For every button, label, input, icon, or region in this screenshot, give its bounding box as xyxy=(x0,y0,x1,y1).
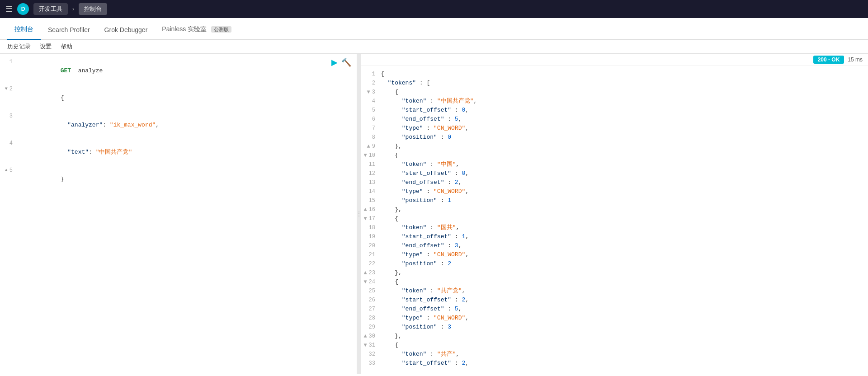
line-num-1: 1 xyxy=(0,57,18,66)
editor-line-1: 1 GET _analyze xyxy=(0,57,357,85)
out-num-27: 27 xyxy=(361,305,381,314)
out-content-3: { xyxy=(381,88,868,97)
out-content-14: "type" : "CN_WORD", xyxy=(381,187,868,196)
out-num-18: 18 xyxy=(361,223,381,232)
avatar: D xyxy=(17,3,29,15)
out-content-15: "position" : 1 xyxy=(381,196,868,205)
out-num-30: ▲30 xyxy=(361,332,381,341)
out-line-10: ▼10 { xyxy=(361,151,868,160)
console-button[interactable]: 控制台 xyxy=(79,3,107,15)
menu-icon[interactable]: ☰ xyxy=(5,4,13,14)
out-line-7: 7 "type" : "CN_WORD", xyxy=(361,124,868,133)
out-num-14: 14 xyxy=(361,187,381,196)
out-line-17: ▼17 { xyxy=(361,214,868,223)
output-code[interactable]: 1 { 2 "tokens" : [ ▼3 { 4 "token" : "中国共… xyxy=(361,66,868,371)
out-content-30: }, xyxy=(381,332,868,341)
painless-badge: 公测版 xyxy=(211,26,231,33)
editor-line-4: 4 "text": "中国共产党" xyxy=(0,139,357,166)
line-num-2: ▼2 xyxy=(0,85,18,94)
line-content-3: "analyzer": "ik_max_word", xyxy=(18,112,357,139)
tab-search-profiler[interactable]: Search Profiler xyxy=(41,21,97,40)
history-item[interactable]: 历史记录 xyxy=(7,42,31,51)
output-header: 200 - OK 15 ms xyxy=(361,54,868,66)
out-num-7: 7 xyxy=(361,124,381,133)
out-line-30: ▲30 }, xyxy=(361,332,868,341)
time-badge: 15 ms xyxy=(848,56,863,63)
out-num-15: 15 xyxy=(361,196,381,205)
run-button[interactable]: ▶ xyxy=(331,57,338,67)
out-num-32: 32 xyxy=(361,350,381,359)
editor-line-3: 3 "analyzer": "ik_max_word", xyxy=(0,112,357,139)
out-line-20: 20 "end_offset" : 3, xyxy=(361,241,868,250)
output-pane: 200 - OK 15 ms 1 { 2 "tokens" : [ ▼3 { 4… xyxy=(361,54,868,374)
editor-line-5: ▲5 } xyxy=(0,166,357,193)
out-line-14: 14 "type" : "CN_WORD", xyxy=(361,187,868,196)
code-toolbar: ▶ 🔨 xyxy=(331,57,351,67)
out-line-5: 5 "start_offset" : 0, xyxy=(361,106,868,115)
out-num-24: ▼24 xyxy=(361,277,381,287)
out-num-4: 4 xyxy=(361,97,381,106)
out-content-17: { xyxy=(381,214,868,223)
out-content-22: "position" : 2 xyxy=(381,259,868,268)
tab-console[interactable]: 控制台 xyxy=(7,20,41,40)
out-line-31: ▼31 { xyxy=(361,341,868,350)
line-num-5: ▲5 xyxy=(0,166,18,175)
out-line-24: ▼24 { xyxy=(361,277,868,287)
main-content: ▶ 🔨 1 GET _analyze ▼2 { xyxy=(0,54,868,374)
out-line-26: 26 "start_offset" : 2, xyxy=(361,296,868,305)
out-num-17: ▼17 xyxy=(361,214,381,223)
editor-line-2: ▼2 { xyxy=(0,85,357,112)
breadcrumb-arrow: › xyxy=(72,6,74,12)
wrench-button[interactable]: 🔨 xyxy=(341,57,351,67)
out-content-33: "start_offset" : 2, xyxy=(381,359,868,368)
out-line-25: 25 "token" : "共产党", xyxy=(361,287,868,296)
line-content-1: GET _analyze xyxy=(18,57,357,85)
settings-item[interactable]: 设置 xyxy=(40,42,52,51)
out-line-33: 33 "start_offset" : 2, xyxy=(361,359,868,368)
out-content-31: { xyxy=(381,341,868,350)
out-num-33: 33 xyxy=(361,359,381,368)
out-num-28: 28 xyxy=(361,314,381,323)
out-num-11: 11 xyxy=(361,160,381,169)
out-content-13: "end_offset" : 2, xyxy=(381,178,868,187)
out-line-11: 11 "token" : "中国", xyxy=(361,160,868,169)
out-line-8: 8 "position" : 0 xyxy=(361,133,868,142)
out-num-31: ▼31 xyxy=(361,341,381,350)
out-line-27: 27 "end_offset" : 5, xyxy=(361,305,868,314)
out-content-23: }, xyxy=(381,268,868,277)
out-content-32: "token" : "共产", xyxy=(381,350,868,359)
dev-tools-button[interactable]: 开发工具 xyxy=(33,3,68,15)
out-content-4: "token" : "中国共产党", xyxy=(381,97,868,106)
code-editor[interactable]: 1 GET _analyze ▼2 { 3 "analyzer xyxy=(0,54,357,374)
out-content-9: }, xyxy=(381,142,868,151)
editor-pane: ▶ 🔨 1 GET _analyze ▼2 { xyxy=(0,54,357,374)
out-content-8: "position" : 0 xyxy=(381,133,868,142)
out-num-6: 6 xyxy=(361,115,381,124)
out-num-19: 19 xyxy=(361,232,381,241)
out-num-13: 13 xyxy=(361,178,381,187)
path-text: _analyze xyxy=(71,67,103,74)
out-num-8: 8 xyxy=(361,133,381,142)
out-content-2: "tokens" : [ xyxy=(381,79,868,88)
out-line-3: ▼3 { xyxy=(361,88,868,97)
tab-painless[interactable]: Painless 实验室 公测版 xyxy=(155,20,239,40)
out-line-19: 19 "start_offset" : 1, xyxy=(361,232,868,241)
indent xyxy=(61,122,68,128)
out-content-20: "end_offset" : 3, xyxy=(381,241,868,250)
val-text: "中国共产党" xyxy=(96,149,132,155)
out-line-32: 32 "token" : "共产", xyxy=(361,350,868,359)
out-content-11: "token" : "中国", xyxy=(381,160,868,169)
out-num-9: ▲9 xyxy=(361,142,381,151)
out-content-7: "type" : "CN_WORD", xyxy=(381,124,868,133)
indent xyxy=(61,149,68,155)
tab-grok-debugger[interactable]: Grok Debugger xyxy=(97,21,155,40)
line-content-4: "text": "中国共产党" xyxy=(18,139,357,166)
out-content-5: "start_offset" : 0, xyxy=(381,106,868,115)
out-content-21: "type" : "CN_WORD", xyxy=(381,250,868,259)
pane-resizer[interactable]: ⋮ xyxy=(357,54,361,374)
toolbar: 历史记录 设置 帮助 xyxy=(0,40,868,54)
out-line-28: 28 "type" : "CN_WORD", xyxy=(361,314,868,323)
out-num-22: 22 xyxy=(361,259,381,268)
status-badge: 200 - OK xyxy=(813,56,844,64)
help-item[interactable]: 帮助 xyxy=(61,42,72,51)
